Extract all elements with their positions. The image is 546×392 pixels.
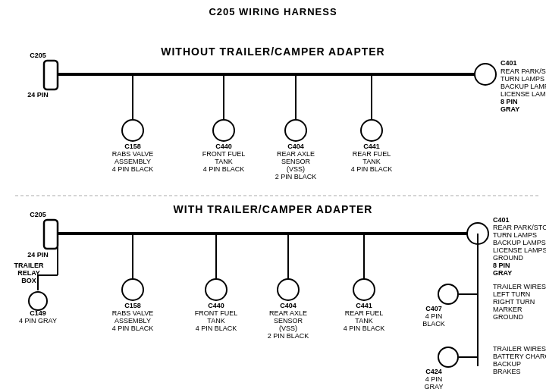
svg-text:LICENSE LAMPS: LICENSE LAMPS: [500, 90, 546, 98]
svg-text:RABS VALVE: RABS VALVE: [112, 150, 154, 158]
svg-rect-41: [44, 220, 58, 249]
svg-text:C441: C441: [363, 143, 380, 150]
svg-text:C149: C149: [30, 309, 46, 317]
svg-text:2 PIN BLACK: 2 PIN BLACK: [275, 173, 317, 180]
svg-text:4 PIN BLACK: 4 PIN BLACK: [344, 325, 385, 332]
svg-text:24 PIN: 24 PIN: [27, 91, 49, 99]
svg-text:REAR FUEL: REAR FUEL: [353, 150, 391, 158]
svg-text:(VSS): (VSS): [287, 165, 305, 173]
svg-text:RIGHT TURN: RIGHT TURN: [493, 298, 535, 306]
svg-text:REAR AXLE: REAR AXLE: [269, 309, 307, 317]
svg-text:FRONT FUEL: FRONT FUEL: [202, 150, 245, 158]
svg-text:TURN LAMPS: TURN LAMPS: [500, 75, 544, 83]
svg-text:4 PIN: 4 PIN: [425, 375, 443, 383]
svg-point-26: [285, 120, 306, 141]
svg-text:2 PIN BLACK: 2 PIN BLACK: [268, 332, 309, 340]
svg-point-75: [278, 279, 299, 300]
svg-text:GRAY: GRAY: [493, 269, 512, 277]
svg-text:4 PIN BLACK: 4 PIN BLACK: [196, 325, 237, 332]
svg-text:4 PIN BLACK: 4 PIN BLACK: [203, 165, 245, 173]
svg-point-82: [353, 279, 375, 300]
svg-text:LEFT TURN: LEFT TURN: [493, 290, 530, 298]
svg-text:C158: C158: [124, 302, 141, 309]
svg-text:WITH  TRAILER/CAMPER ADAPTER: WITH TRAILER/CAMPER ADAPTER: [174, 203, 373, 215]
svg-text:C404: C404: [287, 143, 304, 150]
svg-text:C401: C401: [493, 216, 510, 224]
svg-text:REAR AXLE: REAR AXLE: [277, 150, 315, 158]
svg-text:8 PIN: 8 PIN: [500, 98, 518, 105]
svg-text:ASSEMBLY: ASSEMBLY: [115, 317, 151, 325]
svg-text:24 PIN: 24 PIN: [27, 251, 49, 259]
svg-text:SENSOR: SENSOR: [281, 158, 311, 165]
svg-text:C205: C205: [30, 211, 46, 218]
svg-text:MARKER: MARKER: [493, 306, 522, 313]
svg-text:ASSEMBLY: ASSEMBLY: [115, 158, 151, 165]
svg-text:FRONT FUEL: FRONT FUEL: [195, 309, 237, 317]
svg-text:C407: C407: [425, 305, 442, 312]
svg-point-99: [438, 347, 458, 367]
page-title: C205 WIRING HARNESS: [0, 0, 546, 17]
svg-text:TANK: TANK: [215, 158, 232, 165]
svg-text:LICENSE LAMPS: LICENSE LAMPS: [493, 246, 546, 254]
svg-point-5: [475, 64, 496, 85]
svg-text:BACKUP: BACKUP: [493, 360, 521, 368]
svg-point-50: [29, 292, 47, 310]
svg-point-63: [122, 279, 143, 300]
svg-text:TANK: TANK: [355, 317, 372, 325]
svg-text:SENSOR: SENSOR: [274, 317, 303, 325]
svg-text:GRAY: GRAY: [500, 105, 519, 113]
svg-text:C401: C401: [500, 59, 517, 67]
svg-text:C440: C440: [215, 143, 232, 150]
svg-text:C158: C158: [124, 143, 141, 150]
svg-text:BLACK: BLACK: [422, 320, 445, 328]
svg-text:C441: C441: [356, 302, 372, 309]
svg-text:TRAILER WIRES: TRAILER WIRES: [493, 283, 546, 290]
svg-text:WITHOUT  TRAILER/CAMPER ADAPTE: WITHOUT TRAILER/CAMPER ADAPTER: [161, 45, 384, 58]
svg-text:BATTERY CHARGE: BATTERY CHARGE: [493, 353, 546, 360]
svg-text:REAR PARK/STOP: REAR PARK/STOP: [500, 67, 546, 75]
svg-text:4 PIN BLACK: 4 PIN BLACK: [351, 165, 393, 173]
svg-point-69: [206, 279, 227, 300]
svg-text:BRAKES: BRAKES: [493, 368, 521, 375]
svg-text:BACKUP LAMPS: BACKUP LAMPS: [500, 83, 546, 90]
svg-text:GROUND: GROUND: [493, 254, 523, 262]
svg-point-33: [361, 120, 382, 141]
svg-text:GROUND: GROUND: [493, 313, 523, 321]
svg-point-14: [122, 120, 143, 141]
svg-rect-2: [44, 61, 58, 89]
svg-text:BOX: BOX: [21, 277, 36, 284]
svg-text:8 PIN: 8 PIN: [493, 262, 510, 269]
svg-text:REAR FUEL: REAR FUEL: [345, 309, 384, 317]
svg-text:GRAY: GRAY: [425, 383, 444, 389]
svg-text:4 PIN GRAY: 4 PIN GRAY: [19, 317, 57, 325]
svg-text:TANK: TANK: [207, 317, 224, 325]
svg-text:C424: C424: [425, 368, 442, 375]
svg-text:TURN LAMPS: TURN LAMPS: [493, 231, 537, 239]
svg-text:RELAY: RELAY: [17, 269, 40, 277]
svg-point-89: [438, 284, 458, 304]
svg-text:4 PIN BLACK: 4 PIN BLACK: [112, 165, 154, 173]
svg-text:TRAILER: TRAILER: [14, 262, 44, 269]
svg-point-20: [213, 120, 234, 141]
svg-text:4 PIN: 4 PIN: [425, 312, 443, 320]
svg-text:TANK: TANK: [362, 158, 380, 165]
svg-text:(VSS): (VSS): [279, 325, 297, 332]
svg-text:REAR PARK/STOP: REAR PARK/STOP: [493, 224, 546, 231]
svg-text:C205: C205: [30, 52, 46, 59]
svg-text:TRAILER WIRES: TRAILER WIRES: [493, 345, 546, 353]
svg-text:C440: C440: [208, 302, 224, 309]
svg-text:4 PIN BLACK: 4 PIN BLACK: [112, 325, 154, 332]
svg-text:RABS VALVE: RABS VALVE: [112, 309, 154, 317]
svg-text:C404: C404: [280, 302, 297, 309]
svg-text:BACKUP LAMPS: BACKUP LAMPS: [493, 239, 546, 246]
